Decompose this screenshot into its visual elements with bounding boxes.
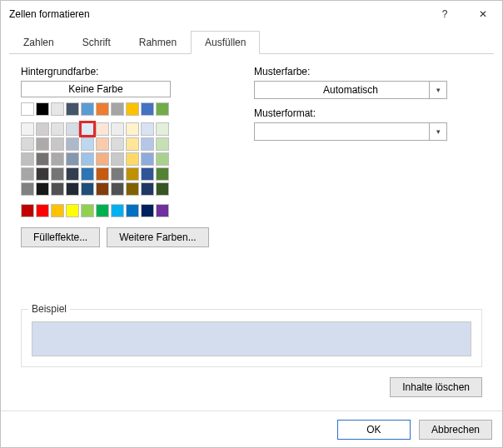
color-swatch[interactable]	[111, 152, 124, 166]
color-swatch[interactable]	[36, 182, 49, 196]
fill-effects-button[interactable]: Fülleffekte...	[21, 227, 100, 247]
color-swatch[interactable]	[51, 152, 64, 166]
tab-ausfuellen[interactable]: Ausfüllen	[191, 31, 260, 54]
color-swatch[interactable]	[141, 167, 154, 181]
color-swatch[interactable]	[51, 102, 64, 116]
color-swatch[interactable]	[156, 182, 169, 196]
color-swatch[interactable]	[81, 182, 94, 196]
pattern-format-label: Musterformat:	[254, 107, 482, 119]
color-swatch[interactable]	[51, 167, 64, 181]
color-swatch[interactable]	[111, 204, 124, 217]
pattern-format-value	[254, 122, 447, 141]
color-swatch[interactable]	[156, 152, 169, 166]
color-swatch[interactable]	[96, 204, 109, 217]
color-swatch[interactable]	[21, 122, 34, 136]
color-swatch[interactable]	[141, 137, 154, 151]
tab-strip: Zahlen Schrift Rahmen Ausfüllen	[9, 31, 494, 54]
color-swatch[interactable]	[51, 122, 64, 136]
window-title: Zellen formatieren	[9, 8, 90, 20]
color-swatch[interactable]	[66, 152, 79, 166]
color-swatch[interactable]	[126, 102, 139, 116]
tab-zahlen[interactable]: Zahlen	[9, 31, 68, 54]
pattern-color-dropdown[interactable]: Automatisch ▾	[254, 81, 447, 99]
pattern-color-label: Musterfarbe:	[254, 66, 482, 77]
color-swatch[interactable]	[66, 167, 79, 181]
color-swatch[interactable]	[126, 152, 139, 166]
color-swatch[interactable]	[126, 167, 139, 181]
color-swatch[interactable]	[156, 122, 169, 136]
color-swatch[interactable]	[81, 167, 94, 181]
color-swatch[interactable]	[96, 182, 109, 196]
color-swatch[interactable]	[21, 102, 34, 116]
color-swatch[interactable]	[96, 102, 109, 116]
color-swatch[interactable]	[141, 102, 154, 116]
color-swatch[interactable]	[156, 137, 169, 151]
color-swatch[interactable]	[156, 102, 169, 116]
color-swatch[interactable]	[81, 102, 94, 116]
color-swatch[interactable]	[66, 122, 79, 136]
standard-color-row	[21, 204, 237, 217]
pattern-color-value: Automatisch	[254, 81, 447, 99]
tab-rahmen[interactable]: Rahmen	[125, 31, 191, 54]
tab-schrift[interactable]: Schrift	[68, 31, 125, 54]
color-swatch[interactable]	[111, 137, 124, 151]
color-swatch[interactable]	[96, 167, 109, 181]
color-swatch[interactable]	[141, 182, 154, 196]
color-swatch-selected[interactable]	[81, 122, 94, 136]
color-swatch[interactable]	[51, 182, 64, 196]
color-swatch[interactable]	[36, 102, 49, 116]
no-color-button[interactable]: Keine Farbe	[21, 81, 171, 97]
color-swatch[interactable]	[81, 137, 94, 151]
bgcolor-label: Hintergrundfarbe:	[21, 66, 237, 77]
color-swatch[interactable]	[66, 137, 79, 151]
color-swatch[interactable]	[126, 204, 139, 217]
help-icon[interactable]: ?	[426, 1, 464, 27]
color-swatch[interactable]	[126, 122, 139, 136]
color-swatch[interactable]	[111, 182, 124, 196]
color-swatch[interactable]	[66, 204, 79, 217]
clear-contents-button[interactable]: Inhalte löschen	[390, 377, 482, 397]
color-swatch[interactable]	[96, 152, 109, 166]
more-colors-button[interactable]: Weitere Farben...	[107, 227, 208, 247]
color-swatch[interactable]	[96, 122, 109, 136]
color-swatch[interactable]	[126, 137, 139, 151]
color-swatch[interactable]	[156, 204, 169, 217]
preview-swatch	[32, 321, 471, 356]
ok-button[interactable]: OK	[337, 420, 411, 440]
color-swatch[interactable]	[36, 167, 49, 181]
color-swatch[interactable]	[51, 204, 64, 217]
color-swatch[interactable]	[111, 102, 124, 116]
example-label: Beispiel	[28, 303, 70, 315]
color-swatch[interactable]	[81, 204, 94, 217]
color-swatch[interactable]	[36, 137, 49, 151]
color-swatch[interactable]	[66, 102, 79, 116]
color-swatch[interactable]	[156, 167, 169, 181]
color-palette	[21, 122, 237, 196]
cancel-button[interactable]: Abbrechen	[419, 420, 492, 440]
color-swatch[interactable]	[21, 182, 34, 196]
color-swatch[interactable]	[141, 204, 154, 217]
color-swatch[interactable]	[141, 152, 154, 166]
color-swatch[interactable]	[21, 204, 34, 217]
example-fieldset: Beispiel	[21, 309, 482, 367]
color-swatch[interactable]	[111, 122, 124, 136]
close-icon[interactable]: ✕	[464, 1, 502, 27]
color-swatch[interactable]	[21, 167, 34, 181]
titlebar: Zellen formatieren ? ✕	[1, 1, 502, 27]
color-swatch[interactable]	[111, 167, 124, 181]
chevron-down-icon[interactable]: ▾	[429, 122, 447, 141]
pattern-format-dropdown[interactable]: ▾	[254, 122, 447, 141]
color-swatch[interactable]	[126, 182, 139, 196]
chevron-down-icon[interactable]: ▾	[429, 81, 447, 99]
color-swatch[interactable]	[141, 122, 154, 136]
color-swatch[interactable]	[36, 204, 49, 217]
color-swatch[interactable]	[21, 152, 34, 166]
color-swatch[interactable]	[81, 152, 94, 166]
color-swatch[interactable]	[66, 182, 79, 196]
color-swatch[interactable]	[96, 137, 109, 151]
color-swatch[interactable]	[36, 152, 49, 166]
color-swatch[interactable]	[36, 122, 49, 136]
color-swatch[interactable]	[21, 137, 34, 151]
theme-color-row	[21, 102, 237, 116]
color-swatch[interactable]	[51, 137, 64, 151]
